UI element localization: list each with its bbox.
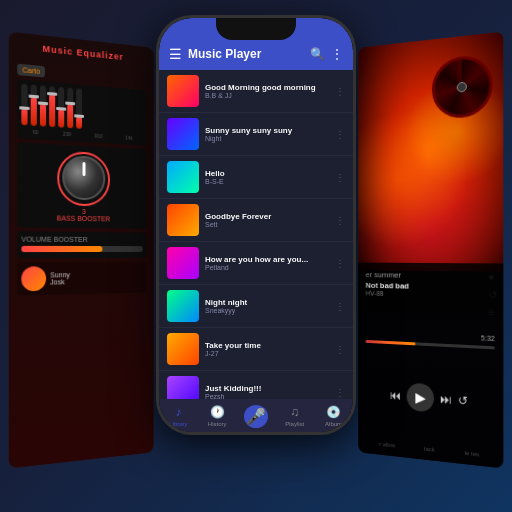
eq-slider-3[interactable] [40,85,46,126]
song-title-2: Sunny suny suny suny [205,126,335,135]
bass-knob-ring [57,151,110,207]
song-thumb-4 [167,204,199,236]
playlist-label: Playlist [285,421,304,427]
volume-label: VOLUME BOOSTER [21,236,142,244]
bass-knob[interactable] [62,155,105,201]
eq-title: Music Equalizer [17,41,146,65]
song-more-6[interactable]: ⋮ [335,301,345,312]
rp-label-3: le tes [465,450,480,458]
song-item[interactable]: Night night Sneakyyy ⋮ [159,285,353,328]
song-more-5[interactable]: ⋮ [335,258,345,269]
player-controls: er summer Not bad bad HV-88 5:32 ⏮ ▶ ⏭ ↺… [358,262,503,468]
song-more-4[interactable]: ⋮ [335,215,345,226]
more-icon[interactable]: ⋮ [331,47,343,61]
song-thumb-7 [167,333,199,365]
album-label: Album [325,421,342,427]
rp-label-1: r albre [379,441,395,449]
song-more-2[interactable]: ⋮ [335,129,345,140]
song-title-5: How are you how are you... [205,255,335,264]
song-artist-3: B-S-E [205,178,335,185]
progress-bar[interactable] [366,340,495,349]
eq-slider-7[interactable] [76,88,82,129]
next-btn[interactable]: ⏭ [440,392,452,407]
song-more-1[interactable]: ⋮ [335,86,345,97]
song-artist-2: Night [205,135,335,142]
freq-1: 60 [33,129,39,136]
song-info-2: Sunny suny suny suny Night [205,126,335,142]
time-label: 5:32 [481,334,495,342]
eq-slider-5[interactable] [58,87,64,128]
song-item[interactable]: Good Morning good morning B.B & JJ ⋮ [159,70,353,113]
song-more-8[interactable]: ⋮ [335,387,345,398]
eq-slider-4[interactable] [49,86,55,127]
song-info-5: How are you how are you... Petland [205,255,335,271]
repeat-btn[interactable]: ↺ [458,393,468,408]
nav-history[interactable]: 🕐 History [198,405,237,428]
volume-section: VOLUME BOOSTER [17,231,146,258]
eq-now-playing-info: Sunny Josk [50,271,70,285]
vinyl-hole [457,82,467,93]
song-info-8: Just Kidding!!! Pezsh [205,384,335,399]
nav-library[interactable]: ♪ Library [159,405,198,428]
summer-text: er summer [366,270,495,281]
controls-row: ⏮ ▶ ⏭ ↺ [366,379,495,417]
history-label: History [208,421,227,427]
song-info-3: Hello B-S-E [205,169,335,185]
song-item[interactable]: Take your time J-27 ⋮ [159,328,353,371]
song-artist-7: J-27 [205,350,335,357]
song-thumb-3 [167,161,199,193]
eq-preset-btn[interactable]: Carto [17,64,45,78]
song-title-1: Good Morning good morning [205,83,335,92]
player-panel: ♥ ↺ ≡ er summer Not bad bad HV-88 5:32 ⏮… [358,32,503,469]
song-item[interactable]: Sunny suny suny suny Night ⋮ [159,113,353,156]
song-artist-1: B.B & JJ [205,92,335,99]
song-more-7[interactable]: ⋮ [335,344,345,355]
song-title-7: Take your time [205,341,335,350]
player-song-info: er summer Not bad bad HV-88 [366,270,495,299]
song-info-4: Goodbye Forever Sett [205,212,335,228]
song-artist-5: Petland [205,264,335,271]
header-icons: 🔍 ⋮ [310,47,343,61]
song-thumb-5 [167,247,199,279]
progress-container: 5:32 [366,329,495,353]
song-item[interactable]: Goodbye Forever Sett ⋮ [159,199,353,242]
eq-sliders-section: 60 230 910 14k [17,79,146,145]
search-icon[interactable]: 🔍 [310,47,325,61]
volume-slider[interactable] [21,246,142,252]
song-thumb-1 [167,75,199,107]
phone-screen: ☰ Music Player 🔍 ⋮ Good Morning good mor… [159,18,353,432]
song-artist-6: Sneakyyy [205,307,335,314]
concert-overlay [358,32,503,272]
history-icon: 🕐 [210,405,225,419]
prev-btn[interactable]: ⏮ [390,388,401,403]
song-info-6: Night night Sneakyyy [205,298,335,314]
bass-label: BASS BOOSTER [23,214,140,223]
song-item[interactable]: Hello B-S-E ⋮ [159,156,353,199]
eq-slider-6[interactable] [67,88,73,129]
play-btn[interactable]: ▶ [407,382,434,412]
phone-notch [216,18,296,40]
nav-album[interactable]: 💿 Album [314,405,353,428]
eq-avatar [21,266,46,291]
nav-mic[interactable]: 🎤 [237,405,276,428]
song-title-4: Goodbye Forever [205,212,335,221]
song-more-3[interactable]: ⋮ [335,172,345,183]
eq-slider-2[interactable] [31,84,37,126]
library-icon: ♪ [175,405,181,419]
song-item[interactable]: Just Kidding!!! Pezsh ⋮ [159,371,353,399]
freq-4: 14k [125,135,133,141]
song-artist-4: Sett [205,221,335,228]
song-list: Good Morning good morning B.B & JJ ⋮ Sun… [159,70,353,399]
song-item[interactable]: How are you how are you... Petland ⋮ [159,242,353,285]
album-art [358,32,503,272]
hamburger-icon[interactable]: ☰ [169,46,182,62]
song-thumb-2 [167,118,199,150]
eq-song: Josk [50,278,70,285]
app-title: Music Player [188,47,304,61]
song-info-7: Take your time J-27 [205,341,335,357]
eq-slider-1[interactable] [21,84,27,126]
nav-playlist[interactable]: ♫ Playlist [275,405,314,428]
song-title-3: Hello [205,169,335,178]
vinyl-record [432,53,493,119]
song-info-1: Good Morning good morning B.B & JJ [205,83,335,99]
